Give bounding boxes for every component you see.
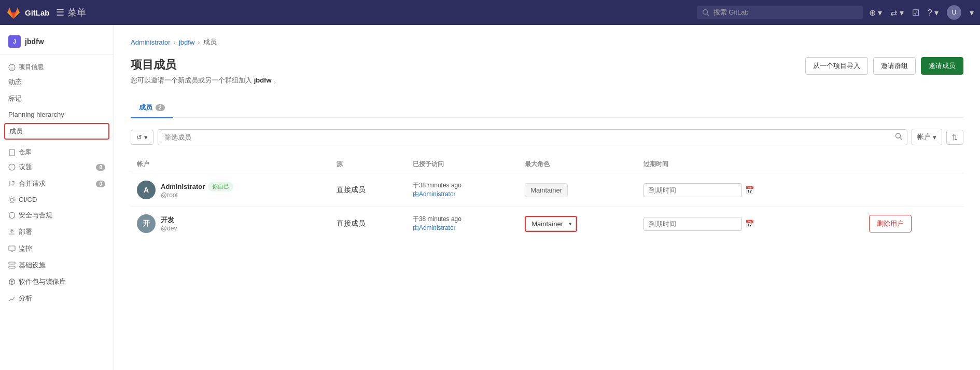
member-account-cell: 开 开发 @dev [131, 207, 330, 241]
topnav-actions: ⊕ ▾ ⇄ ▾ ☑ ? ▾ U ▾ [869, 5, 974, 20]
sidebar-item-labels[interactable]: 标记 [0, 90, 114, 107]
repo-label-text: 仓库 [19, 148, 31, 157]
member-details: Administrator 你自己 @root [161, 182, 233, 199]
filter-input-wrap [158, 129, 907, 145]
svg-text:i: i [11, 66, 12, 71]
page-title: 项目成员 [131, 57, 280, 73]
sidebar-item-infrastructure[interactable]: 基础设施 [0, 257, 114, 273]
delete-user-button[interactable]: 删除用户 [869, 215, 912, 232]
breadcrumb-admin[interactable]: Administrator [131, 38, 171, 46]
history-icon: ↺ [136, 133, 142, 141]
svg-point-7 [9, 197, 15, 203]
breadcrumb-project[interactable]: jbdfw [179, 38, 194, 46]
labels-label: 标记 [8, 94, 22, 103]
svg-line-12 [900, 138, 902, 140]
member-username: @root [161, 191, 233, 199]
col-role: 最大角色 [519, 156, 637, 173]
account-filter-button[interactable]: 帐户 ▾ [912, 129, 942, 145]
col-account: 帐户 [131, 156, 330, 173]
sort-button[interactable]: ⇅ [946, 130, 963, 145]
import-from-project-button[interactable]: 从一个项目导入 [805, 57, 868, 75]
section-label-project-info: i 项目信息 [0, 59, 114, 74]
member-username: @dev [161, 225, 177, 232]
expiry-input[interactable] [643, 183, 742, 197]
invite-member-button[interactable]: 邀请成员 [921, 57, 963, 75]
members-label: 成员 [9, 127, 23, 136]
sidebar-item-deploy[interactable]: 部署 [0, 224, 114, 240]
menu-toggle[interactable]: ☰ 菜单 [56, 6, 86, 19]
mr-label: 合并请求 [19, 179, 46, 188]
svg-rect-9 [9, 262, 15, 264]
members-tabs: 成员 2 [131, 98, 963, 118]
member-avatar: 开 [137, 214, 156, 233]
sidebar-item-packages[interactable]: 软件包与镜像库 [0, 273, 114, 290]
merge-requests-icon[interactable]: ☑ [912, 8, 919, 18]
invite-group-button[interactable]: 邀请群组 [873, 57, 916, 75]
cicd-icon [8, 196, 16, 203]
member-actions-cell: 删除用户 [863, 207, 963, 241]
breadcrumb-current: 成员 [203, 37, 217, 47]
member-access-by: 由Administrator [413, 224, 512, 232]
page-subtitle: 您可以邀请一个新成员或另一个群组加入 jbdfw 。 [131, 76, 280, 85]
gitlab-logo[interactable]: GitLab [6, 5, 50, 20]
svg-point-0 [703, 10, 708, 15]
infrastructure-icon [8, 262, 16, 269]
role-select-wrap: Maintainer Developer Reporter Guest Owne… [525, 216, 577, 232]
sidebar-item-monitor[interactable]: 监控 [0, 240, 114, 257]
member-access-time: 于38 minutes ago [413, 181, 512, 190]
member-source: 直接成员 [337, 185, 366, 194]
calendar-icon[interactable]: 📅 [745, 220, 754, 228]
sidebar-item-merge-requests[interactable]: 合并请求 0 [0, 175, 114, 192]
user-chevron-icon[interactable]: ▾ [970, 8, 974, 18]
project-name: jbdfw [25, 37, 44, 46]
breadcrumb-sep-1: › [174, 38, 176, 46]
member-name-row: Administrator 你自己 [161, 182, 233, 191]
sidebar-item-issues[interactable]: 议题 0 [0, 159, 114, 175]
svg-point-5 [9, 164, 15, 170]
sidebar-item-analytics[interactable]: 分析 [0, 290, 114, 307]
tab-members[interactable]: 成员 2 [131, 98, 173, 118]
cicd-label: CI/CD [19, 196, 37, 203]
page-header-actions: 从一个项目导入 邀请群组 邀请成员 [805, 57, 963, 75]
member-access-cell: 于38 minutes ago 由Administrator [407, 173, 519, 207]
page-header-left: 项目成员 您可以邀请一个新成员或另一个群组加入 jbdfw 。 [131, 57, 280, 85]
filter-history-chevron: ▾ [144, 133, 148, 141]
issues-badge: 0 [96, 164, 105, 171]
analytics-icon [8, 295, 16, 302]
topnav: GitLab ☰ 菜单 搜索 GitLab ⊕ ▾ ⇄ ▾ ☑ ? ▾ U ▾ [0, 0, 980, 25]
member-actions-cell [863, 173, 963, 207]
user-avatar[interactable]: U [947, 5, 961, 20]
sidebar-item-cicd[interactable]: CI/CD [0, 192, 114, 207]
plus-icon[interactable]: ⊕ ▾ [869, 8, 882, 18]
sidebar-item-security[interactable]: 安全与合规 [0, 207, 114, 224]
packages-label: 软件包与镜像库 [19, 277, 66, 286]
member-role-cell: Maintainer [519, 173, 637, 207]
member-expiry-cell: 📅 [637, 173, 862, 207]
filter-history-button[interactable]: ↺ ▾ [131, 130, 153, 145]
help-icon[interactable]: ? ▾ [928, 8, 939, 18]
global-search[interactable]: 搜索 GitLab [697, 6, 863, 19]
member-role-select[interactable]: Maintainer Developer Reporter Guest Owne… [526, 217, 576, 231]
shield-icon [8, 212, 16, 219]
monitor-label: 监控 [19, 244, 32, 253]
member-info: 开 开发 @dev [137, 214, 324, 233]
member-account-cell: A Administrator 你自己 @root [131, 173, 330, 207]
filter-input[interactable] [158, 129, 907, 145]
sidebar-project[interactable]: J jbdfw [0, 31, 114, 54]
sidebar-item-members[interactable]: 成员 [4, 123, 109, 140]
breadcrumb-sep-2: › [198, 38, 200, 46]
table-row: A Administrator 你自己 @root 直接成员 [131, 173, 963, 207]
sidebar-item-activity[interactable]: 动态 [0, 74, 114, 90]
section-label-repo: 仓库 [0, 144, 114, 159]
members-table: 帐户 源 已授予访问 最大角色 过期时间 A [131, 156, 963, 240]
deploy-icon [8, 228, 16, 236]
sidebar-item-planning-hierarchy[interactable]: Planning hierarchy [0, 107, 114, 122]
monitor-icon [8, 245, 16, 252]
account-filter-label: 帐户 [917, 132, 931, 142]
issues-label: 议题 [19, 162, 32, 172]
calendar-icon[interactable]: 📅 [745, 186, 754, 194]
col-access: 已授予访问 [407, 156, 519, 173]
expiry-input[interactable] [643, 217, 742, 231]
packages-icon [8, 278, 16, 285]
code-review-icon[interactable]: ⇄ ▾ [890, 8, 903, 18]
